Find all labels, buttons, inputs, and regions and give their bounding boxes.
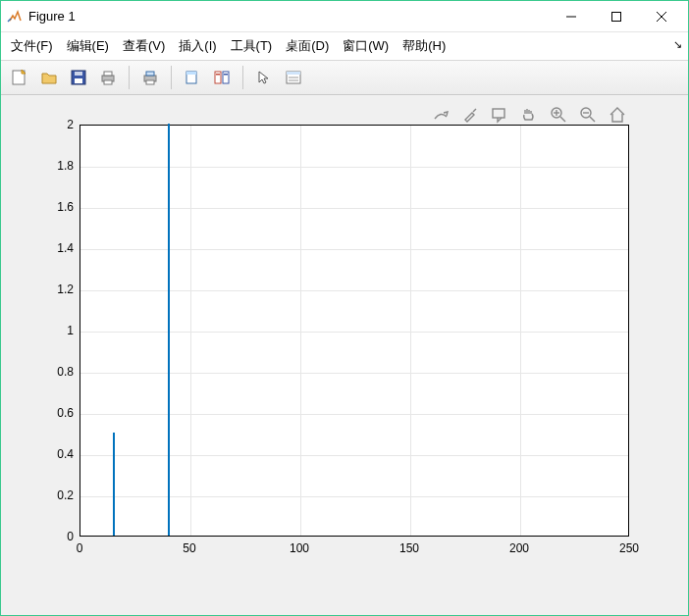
export-icon[interactable] bbox=[431, 105, 450, 125]
titlebar: Figure 1 bbox=[1, 1, 688, 32]
grid-line bbox=[80, 332, 628, 333]
svg-line-27 bbox=[560, 117, 565, 122]
save-icon[interactable] bbox=[66, 65, 91, 90]
window-title: Figure 1 bbox=[28, 9, 549, 24]
grid-line bbox=[80, 414, 628, 415]
axes-toolbar bbox=[431, 105, 627, 125]
menu-view[interactable]: 查看(V) bbox=[123, 37, 165, 55]
matlab-icon bbox=[7, 9, 23, 25]
svg-rect-1 bbox=[612, 12, 621, 21]
dock-arrow-icon[interactable]: ↘ bbox=[673, 38, 682, 51]
y-tick-label: 0.8 bbox=[34, 365, 74, 379]
grid-line bbox=[80, 496, 628, 497]
zoom-out-icon[interactable] bbox=[578, 105, 598, 125]
svg-rect-16 bbox=[186, 72, 196, 75]
svg-rect-20 bbox=[224, 74, 228, 76]
menu-edit[interactable]: 编辑(E) bbox=[67, 37, 109, 55]
new-figure-icon[interactable] bbox=[7, 65, 32, 90]
grid-line bbox=[80, 290, 628, 291]
pan-icon[interactable] bbox=[519, 105, 539, 125]
maximize-button[interactable] bbox=[594, 2, 639, 31]
data-tips-icon[interactable] bbox=[490, 105, 509, 125]
grid-line bbox=[520, 126, 521, 536]
y-tick-label: 1.2 bbox=[34, 282, 74, 296]
close-button[interactable] bbox=[639, 2, 684, 31]
x-tick-label: 0 bbox=[77, 541, 83, 555]
svg-line-31 bbox=[590, 117, 595, 122]
y-tick-label: 1 bbox=[34, 324, 74, 337]
svg-rect-25 bbox=[493, 109, 504, 118]
svg-rect-14 bbox=[146, 80, 154, 84]
brush-icon[interactable] bbox=[460, 105, 480, 125]
open-icon[interactable] bbox=[36, 65, 62, 90]
y-tick-label: 1.6 bbox=[34, 200, 74, 214]
menu-file[interactable]: 文件(F) bbox=[11, 37, 53, 55]
grid-line bbox=[80, 373, 628, 374]
svg-rect-7 bbox=[75, 78, 82, 83]
menu-help[interactable]: 帮助(H) bbox=[402, 37, 446, 55]
menu-desktop[interactable]: 桌面(D) bbox=[286, 37, 329, 55]
x-tick-label: 100 bbox=[290, 541, 309, 555]
home-icon[interactable] bbox=[608, 105, 627, 125]
y-tick-label: 0.6 bbox=[34, 406, 74, 420]
grid-line bbox=[190, 126, 191, 536]
grid-line bbox=[80, 455, 628, 456]
x-tick-label: 150 bbox=[399, 541, 419, 555]
x-tick-label: 50 bbox=[183, 541, 195, 555]
grid-line bbox=[300, 126, 301, 536]
x-tick-label: 250 bbox=[619, 541, 639, 555]
menu-window[interactable]: 窗口(W) bbox=[343, 37, 389, 55]
y-tick-label: 1.4 bbox=[34, 241, 74, 255]
y-tick-label: 2 bbox=[34, 118, 74, 131]
svg-rect-19 bbox=[216, 74, 220, 76]
toolbar-separator bbox=[129, 66, 130, 89]
y-tick-label: 0.4 bbox=[34, 447, 74, 461]
axes[interactable] bbox=[80, 125, 629, 537]
figure-toolbar bbox=[1, 60, 688, 95]
menu-insert[interactable]: 插入(I) bbox=[179, 37, 216, 55]
toolbar-separator bbox=[171, 66, 172, 89]
y-tick-label: 1.8 bbox=[34, 159, 74, 173]
zoom-in-icon[interactable] bbox=[549, 105, 568, 125]
minimize-button[interactable] bbox=[549, 2, 594, 31]
svg-rect-22 bbox=[287, 72, 300, 75]
grid-line bbox=[80, 167, 628, 168]
grid-line bbox=[410, 126, 411, 536]
menubar: 文件(F) 编辑(E) 查看(V) 插入(I) 工具(T) 桌面(D) 窗口(W… bbox=[1, 32, 688, 60]
data-cursor-icon[interactable] bbox=[180, 65, 205, 90]
x-tick-label: 200 bbox=[509, 541, 529, 555]
toolbar-separator bbox=[242, 66, 243, 89]
svg-rect-17 bbox=[215, 72, 221, 83]
line-peak-1 bbox=[113, 433, 115, 536]
menu-tools[interactable]: 工具(T) bbox=[231, 37, 273, 55]
print-icon[interactable] bbox=[95, 65, 121, 90]
svg-rect-11 bbox=[104, 80, 112, 84]
print-preview-icon[interactable] bbox=[137, 65, 163, 90]
y-tick-label: 0 bbox=[34, 530, 74, 543]
link-plot-icon[interactable] bbox=[209, 65, 235, 90]
insert-legend-icon[interactable] bbox=[281, 65, 306, 90]
pointer-icon[interactable] bbox=[251, 65, 277, 90]
window-controls bbox=[549, 2, 684, 31]
svg-rect-13 bbox=[146, 72, 154, 76]
grid-line bbox=[80, 249, 628, 250]
svg-rect-10 bbox=[104, 72, 112, 76]
svg-rect-18 bbox=[223, 72, 229, 83]
y-tick-label: 0.2 bbox=[34, 488, 74, 502]
svg-rect-8 bbox=[75, 72, 82, 76]
grid-line bbox=[80, 208, 628, 209]
plot-area: 0 0.2 0.4 0.6 0.8 1 1.2 1.4 1.6 1.8 2 0 … bbox=[1, 95, 688, 615]
line-peak-2 bbox=[168, 124, 170, 536]
